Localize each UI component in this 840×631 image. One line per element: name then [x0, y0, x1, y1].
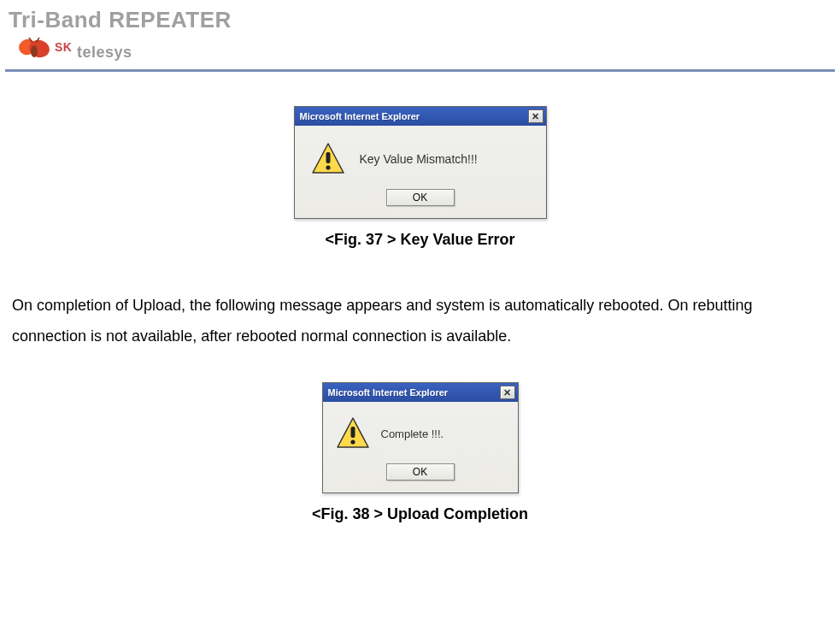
dialog-message: Complete !!!. — [381, 428, 444, 440]
svg-point-2 — [31, 45, 38, 57]
body-paragraph: On completion of Upload, the following m… — [0, 290, 840, 351]
ok-button[interactable]: OK — [386, 189, 455, 206]
dialog-title: Microsoft Internet Explorer — [328, 387, 449, 398]
dialog-body: Complete !!!. — [323, 402, 518, 458]
svg-rect-6 — [326, 152, 330, 163]
dialog-button-row: OK — [323, 458, 518, 492]
warning-icon — [335, 416, 371, 451]
ok-button[interactable]: OK — [386, 463, 455, 481]
warning-icon — [310, 141, 346, 177]
figure-37-caption: <Fig. 37 > Key Value Error — [0, 231, 840, 249]
key-value-error-dialog: Microsoft Internet Explorer ✕ Key Value … — [294, 106, 547, 219]
figure-38-caption: <Fig. 38 > Upload Completion — [0, 505, 840, 523]
logo: SK telesys — [0, 37, 840, 64]
upload-completion-dialog: Microsoft Internet Explorer ✕ Complete !… — [322, 382, 519, 493]
page-title: Tri-Band REPEATER — [0, 7, 840, 33]
dialog-body: Key Value Mismatch!!! — [295, 126, 546, 184]
dialog-title: Microsoft Internet Explorer — [300, 111, 420, 121]
logo-text: SK telesys — [55, 40, 132, 62]
header-divider — [5, 69, 835, 72]
close-button[interactable]: ✕ — [500, 386, 515, 399]
dialog-titlebar: Microsoft Internet Explorer ✕ — [295, 107, 546, 126]
butterfly-icon — [17, 37, 51, 64]
dialog-titlebar: Microsoft Internet Explorer ✕ — [323, 383, 518, 402]
dialog-message: Key Value Mismatch!!! — [360, 152, 478, 166]
close-button[interactable]: ✕ — [528, 109, 543, 123]
svg-rect-9 — [350, 427, 355, 438]
svg-point-7 — [326, 165, 330, 169]
svg-point-10 — [350, 439, 355, 444]
dialog-button-row: OK — [295, 184, 546, 218]
